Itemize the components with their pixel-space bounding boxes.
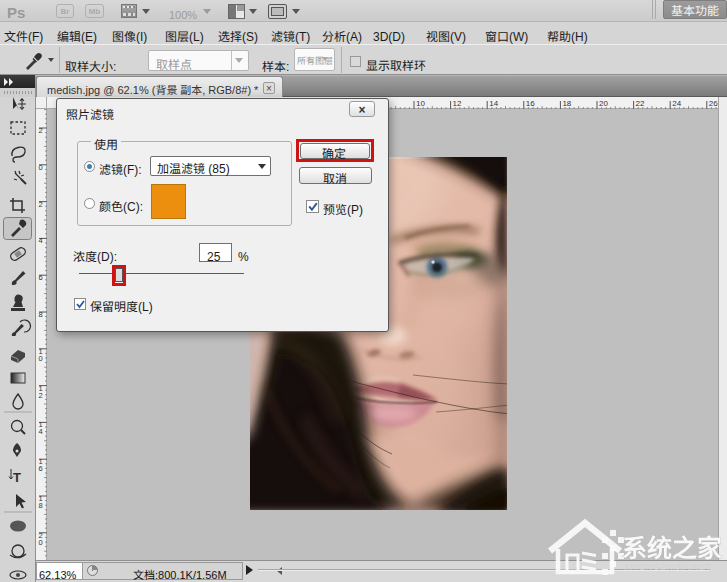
svg-text:2: 2 [39,200,43,209]
svg-text:6: 6 [39,273,43,282]
svg-text:2: 2 [39,126,43,135]
svg-text:0: 0 [39,538,43,547]
svg-text:12: 12 [453,99,462,108]
svg-text:24: 24 [672,99,681,108]
svg-text:18: 18 [562,99,571,108]
svg-text:10: 10 [416,99,425,108]
svg-text:T: T [13,470,21,485]
svg-text:14: 14 [489,99,498,108]
svg-text:20: 20 [599,99,608,108]
svg-text:XITONGZHIJIA.NET: XITONGZHIJIA.NET [624,562,711,572]
svg-text:26: 26 [709,99,718,108]
svg-text:4: 4 [39,236,43,245]
svg-text:8: 8 [39,501,43,510]
svg-text:2: 2 [39,391,43,400]
svg-text:8: 8 [39,310,43,319]
svg-text:4: 4 [39,427,43,436]
svg-text:6: 6 [39,464,43,473]
svg-text:0: 0 [39,163,43,172]
svg-text:0: 0 [39,354,43,363]
svg-text:16: 16 [526,99,535,108]
svg-text:22: 22 [636,99,645,108]
svg-text:系统之家: 系统之家 [622,528,723,564]
